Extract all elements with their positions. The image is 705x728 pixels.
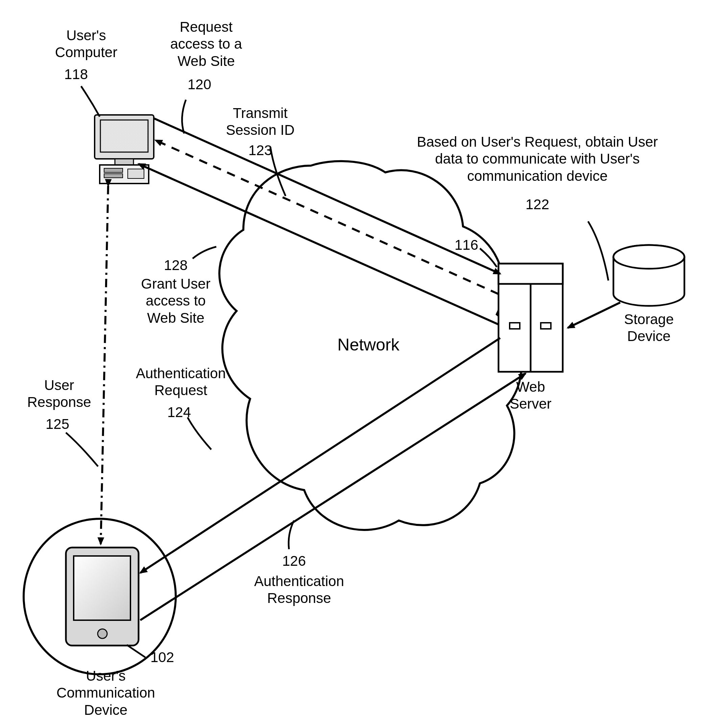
label-125-num: 125 — [40, 416, 74, 433]
svg-rect-13 — [510, 323, 520, 329]
label-auth-resp: AuthenticationResponse — [243, 573, 355, 607]
label-118: 118 — [59, 66, 93, 83]
label-128-num: 128 — [159, 257, 193, 274]
arrow-user-response — [101, 186, 108, 544]
svg-rect-5 — [115, 159, 133, 165]
label-device: User'sCommunicationDevice — [48, 667, 163, 719]
webserver-icon — [498, 264, 563, 372]
callout-122 — [588, 221, 608, 280]
callout-125 — [66, 433, 98, 467]
label-transmit: TransmitSession ID — [216, 105, 304, 139]
label-102: 102 — [145, 649, 179, 666]
svg-point-16 — [613, 245, 684, 269]
label-124-num: 124 — [162, 404, 196, 421]
label-122-num: 122 — [520, 196, 554, 213]
label-grant: Grant Useraccess toWeb Site — [132, 276, 220, 326]
computer-icon — [95, 115, 154, 183]
label-user-resp: UserResponse — [19, 377, 100, 411]
svg-rect-11 — [498, 264, 563, 284]
label-network: Network — [324, 335, 412, 355]
svg-rect-14 — [541, 323, 551, 329]
diagram-svg — [0, 0, 705, 728]
label-123: 123 — [243, 142, 277, 159]
callout-118 — [81, 86, 100, 117]
callout-120 — [182, 100, 186, 133]
device-icon — [66, 547, 139, 646]
label-120: 120 — [182, 76, 216, 93]
svg-rect-9 — [128, 169, 144, 178]
storage-icon — [613, 245, 684, 306]
svg-rect-7 — [104, 168, 123, 172]
label-based: Based on User's Request, obtain Userdata… — [399, 133, 676, 185]
svg-rect-4 — [100, 120, 148, 152]
label-storage: StorageDevice — [612, 311, 686, 345]
label-auth-req: AuthenticationRequest — [127, 365, 235, 399]
label-126-num: 126 — [277, 553, 311, 569]
label-116: 116 — [449, 237, 483, 253]
svg-rect-8 — [104, 174, 123, 178]
svg-rect-18 — [74, 556, 130, 620]
label-request: Requestaccess to aWeb Site — [162, 19, 250, 69]
callout-124 — [188, 417, 211, 449]
svg-point-19 — [98, 629, 107, 638]
label-computer: User'sComputer — [47, 27, 125, 61]
callout-128 — [193, 247, 216, 259]
diagram-container: User'sComputer 118 Requestaccess to aWeb… — [0, 0, 705, 728]
label-webserver: WebServer — [497, 378, 564, 413]
callout-102 — [127, 645, 145, 657]
